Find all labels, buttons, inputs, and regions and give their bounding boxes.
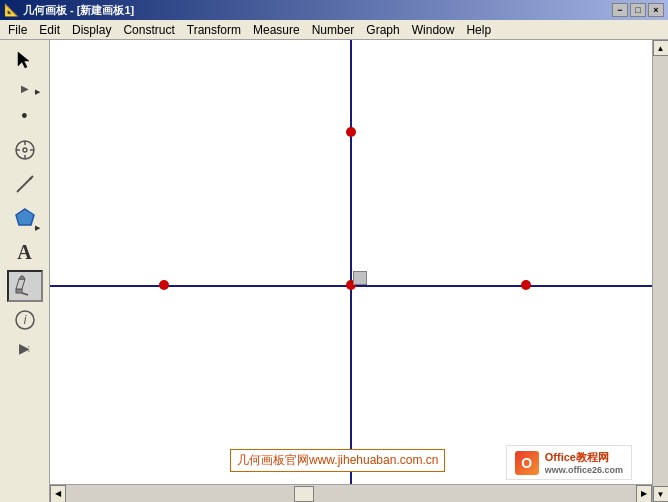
minimize-button[interactable]: − bbox=[612, 3, 628, 17]
svg-marker-9 bbox=[16, 209, 34, 225]
arrow-tool[interactable] bbox=[7, 44, 43, 76]
info-tool[interactable]: i bbox=[7, 304, 43, 336]
svg-marker-0 bbox=[18, 52, 29, 68]
svg-point-2 bbox=[23, 148, 27, 152]
menu-display[interactable]: Display bbox=[66, 21, 117, 39]
point-top[interactable] bbox=[346, 127, 356, 137]
scroll-up-button[interactable]: ▲ bbox=[653, 40, 669, 56]
office-url: www.office26.com bbox=[545, 465, 623, 475]
scroll-track-vertical[interactable] bbox=[653, 56, 669, 486]
point-right[interactable] bbox=[521, 280, 531, 290]
menu-bar: File Edit Display Construct Transform Me… bbox=[0, 20, 668, 40]
sub-arrow-icon: ▶ bbox=[35, 88, 40, 96]
polygon-sub-arrow: ▶ bbox=[35, 224, 40, 232]
more-tools[interactable]: ▶ : bbox=[7, 338, 43, 358]
menu-construct[interactable]: Construct bbox=[117, 21, 180, 39]
office-icon: O bbox=[515, 451, 539, 475]
scroll-track-horizontal[interactable] bbox=[66, 485, 636, 503]
scroll-thumb-horizontal[interactable] bbox=[294, 486, 314, 502]
menu-measure[interactable]: Measure bbox=[247, 21, 306, 39]
app-icon: 📐 bbox=[4, 3, 19, 17]
toolbar: ▶ ▶ • bbox=[0, 40, 50, 502]
svg-text:i: i bbox=[23, 313, 26, 327]
title-text: 几何画板 - [新建画板1] bbox=[23, 3, 134, 18]
point-left[interactable] bbox=[159, 280, 169, 290]
menu-transform[interactable]: Transform bbox=[181, 21, 247, 39]
scroll-right-button[interactable]: ▶ bbox=[636, 485, 652, 503]
text-tool[interactable]: A bbox=[7, 236, 43, 268]
menu-window[interactable]: Window bbox=[406, 21, 461, 39]
maximize-button[interactable]: □ bbox=[630, 3, 646, 17]
title-bar-left: 📐 几何画板 - [新建画板1] bbox=[4, 3, 134, 18]
watermark-text: 几何画板官网www.jihehuaban.com.cn bbox=[230, 449, 445, 472]
compass-tool[interactable] bbox=[7, 134, 43, 166]
menu-file[interactable]: File bbox=[2, 21, 33, 39]
office-badge: O Office教程网 www.office26.com bbox=[506, 445, 632, 480]
menu-edit[interactable]: Edit bbox=[33, 21, 66, 39]
pen-tool[interactable] bbox=[7, 270, 43, 302]
svg-line-13 bbox=[22, 293, 28, 295]
title-bar: 📐 几何画板 - [新建画板1] − □ × bbox=[0, 0, 668, 20]
scroll-left-button[interactable]: ◀ bbox=[50, 485, 66, 503]
menu-number[interactable]: Number bbox=[306, 21, 361, 39]
office-label: Office教程网 bbox=[545, 450, 623, 465]
polygon-tool[interactable]: ▶ bbox=[7, 202, 43, 234]
menu-graph[interactable]: Graph bbox=[360, 21, 405, 39]
line-tool[interactable] bbox=[7, 168, 43, 200]
svg-rect-10 bbox=[16, 289, 22, 293]
canvas-area[interactable]: 几何画板官网www.jihehuaban.com.cn O Office教程网 … bbox=[50, 40, 652, 502]
office-text: Office教程网 www.office26.com bbox=[545, 450, 623, 475]
svg-marker-11 bbox=[16, 279, 25, 289]
point-tool[interactable]: • bbox=[7, 100, 43, 132]
main-layout: ▶ ▶ • bbox=[0, 40, 668, 502]
close-button[interactable]: × bbox=[648, 3, 664, 17]
vertical-axis bbox=[350, 40, 352, 484]
menu-help[interactable]: Help bbox=[460, 21, 497, 39]
svg-marker-12 bbox=[19, 276, 25, 279]
arrow-right-tool[interactable]: ▶ ▶ bbox=[7, 78, 43, 98]
bottom-scrollbar[interactable]: ◀ ▶ bbox=[50, 484, 652, 502]
scroll-down-button[interactable]: ▼ bbox=[653, 486, 669, 502]
origin-square bbox=[353, 271, 367, 285]
right-scrollbar[interactable]: ▲ ▼ bbox=[652, 40, 668, 502]
title-bar-controls[interactable]: − □ × bbox=[612, 3, 664, 17]
